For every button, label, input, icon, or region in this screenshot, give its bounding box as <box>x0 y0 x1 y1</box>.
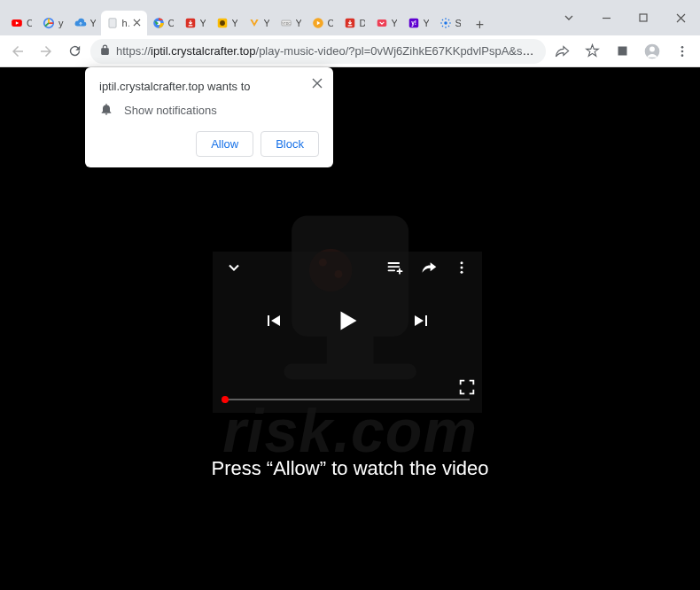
play-icon <box>312 17 324 29</box>
svg-rect-2 <box>108 19 115 28</box>
svg-point-7 <box>220 20 225 26</box>
tab-8[interactable]: YTDCY <box>275 11 307 35</box>
lock-icon <box>99 44 111 58</box>
bell-icon <box>99 102 115 119</box>
chrome-icon <box>152 17 165 29</box>
tab-label: Y <box>296 18 301 28</box>
video-player <box>213 252 482 413</box>
tab-label: D <box>360 18 365 28</box>
bookmark-button[interactable] <box>579 39 604 64</box>
tab-label: C <box>328 18 333 28</box>
tab-5[interactable]: Y <box>179 11 211 35</box>
v-icon <box>248 17 261 29</box>
tab-10[interactable]: D <box>338 11 370 35</box>
tab-9[interactable]: C <box>307 11 338 35</box>
url-text: https://iptil.crystalcrafter.top/play-mu… <box>116 44 537 58</box>
window-close-button[interactable] <box>663 5 698 30</box>
tab-4[interactable]: C <box>147 11 179 35</box>
tab-11[interactable]: Y <box>370 11 402 35</box>
tab-label: y <box>58 18 64 28</box>
next-button[interactable] <box>411 310 432 335</box>
popup-close-button[interactable] <box>308 74 326 92</box>
share-page-button[interactable] <box>549 39 574 64</box>
tab-7[interactable]: Y <box>243 11 275 35</box>
notification-permission-popup: iptil.crystalcrafter.top wants to Show n… <box>85 67 333 167</box>
svg-rect-17 <box>618 47 626 56</box>
address-bar[interactable]: https://iptil.crystalcrafter.top/play-mu… <box>90 39 546 64</box>
back-button[interactable] <box>5 39 30 64</box>
tab-0[interactable]: C <box>5 11 37 35</box>
forward-button[interactable] <box>34 39 58 64</box>
browser-window: CyYhtCYYYYTDCYCDYy!YS+ <box>0 0 700 590</box>
doc-icon <box>106 17 119 29</box>
block-button[interactable]: Block <box>261 131 319 157</box>
gear-icon <box>439 17 452 29</box>
url-scheme: https:// <box>116 44 151 58</box>
toolbar-right <box>549 39 695 64</box>
yahoo-icon: y! <box>408 17 420 29</box>
progress-handle[interactable] <box>222 396 229 403</box>
tab-label: Y <box>90 18 96 28</box>
tab-2[interactable]: Y <box>69 11 101 35</box>
tab-1[interactable]: y <box>37 11 69 35</box>
tab-close-icon[interactable] <box>133 19 141 27</box>
window-controls <box>551 0 700 35</box>
pocket-icon <box>376 17 388 29</box>
tab-label: Y <box>424 18 429 28</box>
tab-label: C <box>27 18 32 28</box>
svg-point-19 <box>649 46 655 51</box>
tab-label: S <box>455 18 461 28</box>
popup-title: iptil.crystalcrafter.top wants to <box>99 80 319 93</box>
google-icon <box>43 17 55 29</box>
tab-label: ht <box>122 18 130 28</box>
menu-button[interactable] <box>670 39 695 64</box>
player-more-button[interactable] <box>454 260 470 279</box>
url-host: iptil.crystalcrafter.top <box>151 44 256 58</box>
youtube-icon <box>11 17 23 29</box>
player-share-button[interactable] <box>420 259 438 280</box>
svg-point-27 <box>461 267 463 269</box>
url-path: /play-music-video/?pl=0vWj6ZihkE67KKpdvl… <box>256 44 537 58</box>
allow-button[interactable]: Allow <box>196 131 253 157</box>
tab-12[interactable]: y!Y <box>402 11 434 35</box>
svg-text:YTDC: YTDC <box>282 22 291 26</box>
queue-button[interactable] <box>386 259 404 280</box>
permission-label: Show notifications <box>124 104 217 117</box>
tab-label: Y <box>392 18 397 28</box>
tab-label: C <box>168 18 174 28</box>
window-minimize-button[interactable] <box>588 5 624 30</box>
svg-point-22 <box>681 54 684 57</box>
fullscreen-button[interactable] <box>457 377 477 400</box>
svg-text:y!: y! <box>411 19 416 27</box>
tab-13[interactable]: S <box>434 11 466 35</box>
player-topbar <box>213 252 482 287</box>
tab-label: Y <box>200 18 206 28</box>
previous-button[interactable] <box>262 310 284 335</box>
toolbar: https://iptil.crystalcrafter.top/play-mu… <box>0 35 700 67</box>
bee-icon <box>216 17 229 29</box>
svg-point-28 <box>461 271 463 274</box>
tab-6[interactable]: Y <box>211 11 243 35</box>
tab-label: Y <box>232 18 237 28</box>
account-button[interactable] <box>640 39 665 64</box>
progress-bar[interactable] <box>225 399 470 400</box>
cta-text: Press “Allow” to watch the video <box>0 457 700 480</box>
svg-point-26 <box>461 261 463 264</box>
tab-label: Y <box>264 18 269 28</box>
play-button[interactable] <box>331 305 363 340</box>
svg-rect-16 <box>640 14 647 21</box>
cloud-icon <box>74 17 87 29</box>
collapse-button[interactable] <box>225 259 243 280</box>
tab-3[interactable]: ht <box>101 11 147 35</box>
svg-point-20 <box>681 46 684 49</box>
tabs-strip: CyYhtCYYYYTDCYCDYy!YS+ <box>0 0 551 35</box>
new-tab-button[interactable]: + <box>470 14 491 35</box>
reload-button[interactable] <box>62 39 87 64</box>
player-controls <box>213 305 482 340</box>
window-maximize-button[interactable] <box>626 5 661 30</box>
extensions-button[interactable] <box>610 39 634 64</box>
titlebar: CyYhtCYYYYTDCYCDYy!YS+ <box>0 0 700 35</box>
popup-buttons: Allow Block <box>99 131 319 157</box>
window-chevron-button[interactable] <box>551 5 587 30</box>
svg-point-15 <box>444 21 447 25</box>
